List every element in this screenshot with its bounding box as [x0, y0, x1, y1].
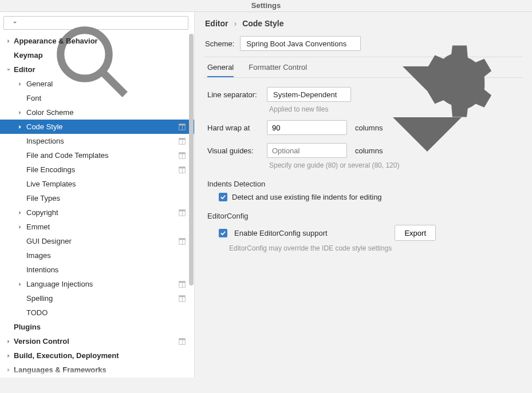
- chevron-right-icon: [16, 282, 24, 287]
- tree-item-label: Version Control: [13, 337, 69, 346]
- chevron-right-icon: [5, 354, 13, 358]
- scheme-label: Scheme:: [205, 39, 234, 48]
- tab-general[interactable]: General: [207, 63, 234, 77]
- scheme-value: Spring Boot Java Conventions: [246, 39, 346, 48]
- detect-indents-checkbox[interactable]: [219, 193, 227, 201]
- breadcrumb-codestyle: Code Style: [242, 19, 283, 28]
- tree-item-label: General: [24, 80, 53, 88]
- tree-item[interactable]: Languages & Frameworks: [0, 363, 194, 377]
- line-separator-label: Line separator:: [207, 90, 259, 99]
- tree-item-label: Spelling: [24, 294, 53, 303]
- visual-guides-label: Visual guides:: [207, 146, 259, 155]
- hard-wrap-label: Hard wrap at: [207, 124, 259, 132]
- tree-item-label: TODO: [24, 308, 48, 317]
- tree-item[interactable]: Code Style: [0, 120, 194, 134]
- chevron-right-icon: [16, 82, 24, 86]
- indents-section-title: Indents Detection: [207, 180, 522, 188]
- tree-item-label: Build, Execution, Deployment: [13, 351, 119, 360]
- tree-item-label: Languages & Frameworks: [13, 366, 107, 374]
- tree-item[interactable]: Language Injections: [0, 277, 194, 291]
- tree-item[interactable]: Emmet: [0, 220, 194, 234]
- tree-item[interactable]: Font: [0, 91, 194, 105]
- tree-item-label: File Encodings: [24, 165, 75, 174]
- tree-item[interactable]: Spelling: [0, 291, 194, 305]
- main-panel: Editor › Code Style Scheme: Spring Boot …: [195, 12, 532, 378]
- chevron-right-icon: [16, 211, 24, 215]
- tree-item-label: Editor: [13, 65, 36, 74]
- tree-item[interactable]: Intentions: [0, 263, 194, 277]
- tree-item-label: Copyright: [24, 208, 58, 217]
- tree-item-label: Keymap: [13, 51, 43, 59]
- search-input-wrap: [3, 16, 188, 30]
- chevron-right-icon: [16, 225, 24, 229]
- chevron-right-icon: [5, 368, 13, 372]
- chevron-down-icon: [351, 41, 357, 46]
- project-scope-icon: [178, 137, 186, 145]
- tree-item-label: GUI Designer: [24, 237, 72, 245]
- tree-item[interactable]: Keymap: [0, 48, 194, 62]
- breadcrumb-editor[interactable]: Editor: [205, 19, 228, 28]
- editorconfig-hint: EditorConfig may override the IDE code s…: [229, 244, 522, 252]
- tree-item[interactable]: Editor: [0, 62, 194, 77]
- project-scope-icon: [178, 152, 186, 160]
- project-scope-icon: [178, 338, 186, 346]
- tree-item[interactable]: Inspections: [0, 134, 194, 148]
- tree-item[interactable]: Color Scheme: [0, 105, 194, 120]
- editorconfig-label: Enable EditorConfig support: [234, 229, 328, 237]
- project-scope-icon: [178, 237, 186, 245]
- chevron-right-icon: ›: [234, 19, 237, 28]
- tree-item-label: Color Scheme: [24, 108, 73, 117]
- project-scope-icon: [178, 209, 186, 217]
- tree-item[interactable]: Appearance & Behavior: [0, 34, 194, 48]
- tree-item[interactable]: Images: [0, 248, 194, 263]
- sidebar: Appearance & BehaviorKeymapEditorGeneral…: [0, 12, 195, 378]
- editorconfig-section-title: EditorConfig: [207, 212, 522, 220]
- chevron-right-icon: [5, 339, 13, 344]
- hard-wrap-input[interactable]: [267, 120, 347, 135]
- chevron-right-icon: [16, 125, 24, 129]
- hard-wrap-suffix: columns: [355, 124, 383, 132]
- chevron-right-icon: [16, 110, 24, 115]
- tree-item[interactable]: Live Templates: [0, 177, 194, 191]
- tree-item-label: Font: [24, 94, 41, 102]
- tree-item[interactable]: File and Code Templates: [0, 148, 194, 162]
- tree-item[interactable]: GUI Designer: [0, 234, 194, 248]
- breadcrumb: Editor › Code Style: [205, 19, 523, 28]
- detect-indents-label: Detect and use existing file indents for…: [232, 193, 382, 201]
- search-dropdown-icon[interactable]: [13, 21, 17, 25]
- chevron-right-icon: [5, 39, 13, 43]
- tree-item[interactable]: File Types: [0, 191, 194, 205]
- settings-tree: Appearance & BehaviorKeymapEditorGeneral…: [0, 34, 194, 377]
- window-title: Settings: [0, 0, 532, 11]
- line-separator-combobox[interactable]: System-Dependent: [267, 87, 351, 102]
- tree-item-label: Appearance & Behavior: [13, 37, 98, 45]
- gear-icon[interactable]: [367, 38, 377, 49]
- workspace: Appearance & BehaviorKeymapEditorGeneral…: [0, 11, 532, 378]
- tree-item-label: Live Templates: [24, 180, 76, 188]
- tree-item[interactable]: Copyright: [0, 205, 194, 220]
- tree-item-label: Language Injections: [24, 280, 93, 288]
- tree-item-label: Code Style: [24, 122, 63, 131]
- project-scope-icon: [178, 280, 186, 288]
- tree-item[interactable]: Plugins: [0, 320, 194, 334]
- scrollbar[interactable]: [189, 34, 194, 378]
- tree-item-label: Inspections: [24, 137, 64, 145]
- export-button[interactable]: Export: [395, 225, 436, 241]
- line-separator-value: System-Dependent: [273, 90, 337, 99]
- editorconfig-checkbox[interactable]: [219, 229, 227, 237]
- chevron-down-icon: [341, 92, 347, 97]
- chevron-down-icon: [5, 68, 13, 72]
- tree-item-label: Emmet: [24, 223, 50, 231]
- visual-guides-input[interactable]: [267, 143, 347, 158]
- tree-item-label: File Types: [24, 194, 60, 203]
- tree-item[interactable]: General: [0, 77, 194, 91]
- tree-item[interactable]: TODO: [0, 305, 194, 320]
- scheme-combobox[interactable]: Spring Boot Java Conventions: [240, 36, 361, 51]
- project-scope-icon: [178, 123, 186, 131]
- project-scope-icon: [178, 295, 186, 303]
- tree-item[interactable]: Version Control: [0, 334, 194, 348]
- tree-item[interactable]: File Encodings: [0, 162, 194, 177]
- tab-formatter-control[interactable]: Formatter Control: [249, 63, 307, 77]
- tree-item-label: Intentions: [24, 265, 58, 274]
- tree-item[interactable]: Build, Execution, Deployment: [0, 348, 194, 363]
